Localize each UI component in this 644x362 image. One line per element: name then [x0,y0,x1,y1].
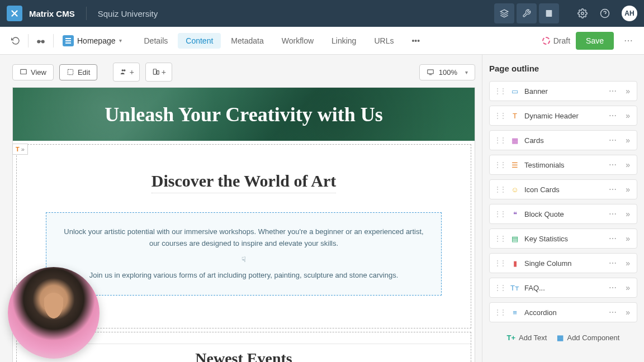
events-heading: Newest Events [17,350,471,362]
outline-item-dynamic-header[interactable]: ⋮⋮TDynamic Header⋯» [489,106,637,126]
layers-icon[interactable] [494,3,514,23]
grip-icon[interactable]: ⋮⋮ [494,185,505,193]
presenter-video[interactable] [8,267,100,359]
item-more-icon[interactable]: ⋯ [607,87,619,96]
history-icon[interactable] [7,32,25,50]
chevron-right-icon[interactable]: » [623,136,632,145]
chevron-right-icon[interactable]: » [623,283,632,292]
outline-footer: T+ Add Text ▦ Add Component [489,328,637,347]
view-mode-button[interactable]: View [12,64,54,80]
grip-icon[interactable]: ⋮⋮ [494,284,505,292]
divider [28,34,29,47]
chevron-right-icon[interactable]: » [623,308,632,317]
add-component-icon: ▦ [557,334,564,342]
chevron-right-icon[interactable]: » [623,209,632,218]
item-more-icon[interactable]: ⋯ [607,259,619,268]
component-icon: Tᴛ [510,283,520,293]
add-device-button[interactable]: + [145,63,172,82]
grip-icon[interactable]: ⋮⋮ [494,161,505,169]
svg-rect-9 [65,40,71,41]
help-icon[interactable] [595,3,615,23]
item-more-icon[interactable]: ⋯ [607,160,619,169]
brand-name: Matrix CMS [29,9,75,18]
item-more-icon[interactable]: ⋯ [607,283,619,292]
outline-item-icon-cards[interactable]: ⋮⋮☺Icon Cards⋯» [489,179,637,199]
tab-more[interactable]: ••• [404,33,428,49]
tab-metadata[interactable]: Metadata [223,33,271,49]
tab-urls[interactable]: URLs [366,33,401,49]
chevron-right-icon[interactable]: » [623,111,632,120]
document-icon[interactable] [539,3,559,23]
svg-rect-16 [157,71,159,74]
binoculars-icon[interactable] [32,32,50,50]
outline-item-label: Cards [524,136,602,145]
svg-point-5 [37,40,40,43]
outline-item-label: Dynamic Header [524,112,602,120]
svg-rect-15 [153,69,156,74]
chevron-right-icon[interactable]: » [623,234,632,243]
item-more-icon[interactable]: ⋯ [607,136,619,145]
tab-linking[interactable]: Linking [324,33,364,49]
grip-icon[interactable]: ⋮⋮ [494,136,505,144]
more-menu-icon[interactable]: ⋯ [619,32,637,50]
component-icon: T [510,111,520,121]
grip-icon[interactable]: ⋮⋮ [494,259,505,267]
section-heading[interactable]: Discover the World of Art [151,172,337,193]
page-tabs: Details Content Metadata Workflow Linkin… [136,33,428,49]
add-people-button[interactable]: + [113,63,140,82]
status-badge[interactable]: Draft [542,36,570,45]
wrench-icon[interactable] [517,3,537,23]
chevron-right-icon[interactable]: » [623,185,632,194]
tab-details[interactable]: Details [136,33,176,49]
item-more-icon[interactable]: ⋯ [607,185,619,194]
item-more-icon[interactable]: ⋯ [607,209,619,218]
body-text-block[interactable]: Unlock your artistic potential with our … [46,212,442,296]
outline-item-label: FAQ... [524,284,602,292]
view-label: View [31,68,46,77]
breadcrumb-label: Homepage [77,36,116,45]
chevron-right-icon[interactable]: » [623,160,632,169]
component-icon: ≡ [510,307,520,317]
component-icon: ▭ [510,86,520,96]
item-more-icon[interactable]: ⋯ [607,111,619,120]
banner-block[interactable]: Unleash Your Creativity with Us [13,88,475,141]
breadcrumb[interactable]: Homepage ▾ [57,32,127,50]
cursor-icon: ☟ [242,254,246,266]
outline-item-accordion[interactable]: ⋮⋮≡Accordion⋯» [489,302,637,322]
chevron-right-icon[interactable]: » [623,259,632,268]
tab-workflow[interactable]: Workflow [274,33,321,49]
chevron-down-icon: ▾ [119,37,122,44]
grip-icon[interactable]: ⋮⋮ [494,308,505,316]
outline-item-faq-[interactable]: ⋮⋮TᴛFAQ...⋯» [489,278,637,298]
outline-item-key-statistics[interactable]: ⋮⋮▤Key Statistics⋯» [489,228,637,249]
grip-icon[interactable]: ⋮⋮ [494,87,505,95]
banner-title: Unleash Your Creativity with Us [105,103,382,126]
add-text-button[interactable]: T+ Add Text [507,334,547,342]
tab-content[interactable]: Content [178,33,221,49]
block-handle[interactable]: T» [12,144,28,155]
svg-rect-12 [68,69,73,74]
outline-item-testimonials[interactable]: ⋮⋮☰Testimonials⋯» [489,155,637,175]
svg-rect-1 [546,10,552,17]
add-component-button[interactable]: ▦ Add Component [557,334,619,342]
zoom-control[interactable]: 100% ▾ [419,64,475,80]
gear-icon[interactable] [572,3,593,23]
save-button[interactable]: Save [576,32,614,50]
outline-item-block-quote[interactable]: ⋮⋮❝Block Quote⋯» [489,204,637,224]
svg-point-14 [124,69,126,72]
item-more-icon[interactable]: ⋯ [607,234,619,243]
outline-item-single-column[interactable]: ⋮⋮▮Single Column⋯» [489,253,637,273]
grip-icon[interactable]: ⋮⋮ [494,210,505,218]
outline-item-banner[interactable]: ⋮⋮▭Banner⋯» [489,81,637,101]
grip-icon[interactable]: ⋮⋮ [494,235,505,242]
item-more-icon[interactable]: ⋯ [607,308,619,317]
outline-item-cards[interactable]: ⋮⋮▦Cards⋯» [489,130,637,150]
canvas-toolbar: View Edit + + 100% ▾ [12,63,475,82]
add-text-icon: T+ [507,334,516,342]
add-component-label: Add Component [567,334,619,342]
grip-icon[interactable]: ⋮⋮ [494,112,505,120]
edit-mode-button[interactable]: Edit [59,64,97,80]
chevron-right-icon[interactable]: » [623,87,632,96]
site-name[interactable]: Squiz University [98,9,158,18]
user-avatar[interactable]: AH [622,6,637,21]
